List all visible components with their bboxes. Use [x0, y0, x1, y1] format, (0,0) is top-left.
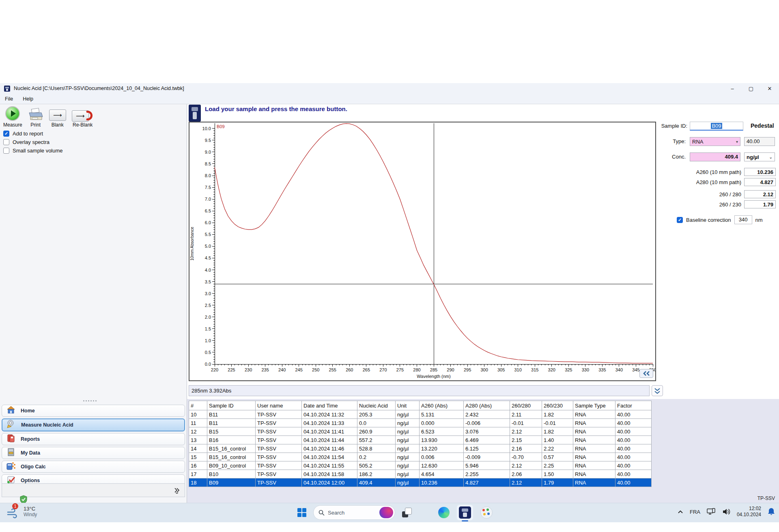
baseline-correction-label: Baseline correction — [686, 217, 731, 223]
baseline-wavelength-input[interactable]: 340 — [734, 215, 752, 224]
table-row[interactable]: 18B09TP-SSV04.10.2024 12:00409.4ng/µl10.… — [189, 478, 652, 487]
svg-text:3.5: 3.5 — [205, 279, 211, 284]
table-row[interactable]: 17B10TP-SSV04.10.2024 11:58186.2ng/µl4.6… — [189, 470, 652, 478]
spectrum-chart[interactable]: 2202252302352402452502552602652702752802… — [189, 122, 656, 381]
notification-bell-icon[interactable] — [768, 508, 775, 516]
toolbar: Measure Print ⟶ Blank ⟶ Re-Blank — [3, 106, 94, 128]
ratio-260-230-label: 260 / 230 — [658, 202, 741, 208]
table-row[interactable]: 10B11TP-SSV04.10.2024 11:32205.3ng/µl5.1… — [189, 410, 652, 419]
app-icon — [4, 86, 10, 92]
svg-text:330: 330 — [582, 367, 589, 372]
logged-in-user: TP-SSV — [747, 496, 775, 501]
sidebar-item-my-data[interactable]: My Data — [2, 447, 185, 459]
table-header-3[interactable]: Date and Time — [302, 401, 357, 410]
blank-icon: ⟶ — [49, 109, 66, 121]
checkbox[interactable]: ✓ — [3, 131, 9, 137]
svg-text:280: 280 — [413, 367, 420, 372]
instruction-text: Load your sample and press the measure b… — [205, 105, 347, 112]
svg-text:9.5: 9.5 — [205, 138, 211, 143]
nucleic-acid-app-icon[interactable] — [457, 505, 473, 520]
results-table[interactable]: #Sample IDUser nameDate and TimeNucleic … — [189, 401, 652, 487]
menu-file[interactable]: File — [0, 96, 18, 102]
reblank-button[interactable]: ⟶ Re-Blank — [72, 110, 94, 128]
taskbar-search-input[interactable]: Search — [313, 505, 395, 520]
sidebar-footer — [2, 483, 185, 497]
table-header-0[interactable]: # — [189, 401, 207, 410]
table-row[interactable]: 14B15_16_controlTP-SSV04.10.2024 11:4652… — [189, 444, 652, 453]
table-header-2[interactable]: User name — [256, 401, 302, 410]
double-chevron-left-icon — [642, 371, 650, 376]
paint-app-icon[interactable] — [480, 506, 493, 519]
task-view-button[interactable] — [402, 507, 412, 518]
volume-icon[interactable] — [722, 508, 730, 515]
svg-text:340: 340 — [615, 367, 623, 372]
conc-unit-select[interactable]: ng/µl⌄ — [744, 152, 775, 161]
sample-id-input[interactable]: B09 — [690, 122, 743, 131]
table-row[interactable]: 16B09_10_controlTP-SSV04.10.2024 11:5550… — [189, 461, 652, 470]
taskbar-clock[interactable]: 12:02 04.10.2024 — [737, 506, 761, 518]
table-header-6[interactable]: A260 (Abs) — [420, 401, 464, 410]
svg-text:5.5: 5.5 — [205, 232, 211, 237]
language-indicator[interactable]: FRA — [690, 509, 700, 515]
home-icon — [6, 405, 16, 416]
collapse-results-panel-button[interactable] — [639, 369, 653, 378]
table-header-10[interactable]: Sample Type — [573, 401, 615, 410]
taskbar-weather-widget[interactable]: 1 13°C Windy — [6, 506, 37, 519]
ratio-260-280-value: 2.12 — [744, 190, 776, 198]
sidebar-item-reports[interactable]: Reports — [2, 433, 185, 445]
a280-value: 4.827 — [744, 178, 776, 186]
print-button[interactable]: Print — [28, 108, 43, 128]
svg-text:270: 270 — [379, 367, 387, 372]
start-button[interactable] — [297, 508, 307, 517]
network-icon[interactable] — [707, 508, 716, 515]
a260-value: 10.236 — [744, 168, 776, 176]
edge-browser-icon[interactable] — [438, 507, 450, 518]
table-header-9[interactable]: 260/230 — [542, 401, 573, 410]
expand-table-button[interactable] — [652, 385, 663, 396]
type-select[interactable]: RNA▾ — [690, 137, 740, 146]
svg-text:10mm Absorbance: 10mm Absorbance — [190, 227, 194, 261]
table-header-7[interactable]: A280 (Abs) — [464, 401, 510, 410]
ratio-260-230-value: 1.79 — [744, 200, 776, 208]
minimize-button[interactable]: – — [723, 83, 742, 94]
measure-button[interactable]: Measure — [3, 106, 22, 128]
maximize-button[interactable]: ▢ — [742, 83, 760, 94]
svg-text:285: 285 — [430, 367, 437, 372]
svg-text:1.5: 1.5 — [205, 326, 211, 331]
svg-text:245: 245 — [295, 367, 303, 372]
table-row[interactable]: 15B15_16_controlTP-SSV04.10.2024 11:540.… — [189, 453, 652, 461]
menu-help[interactable]: Help — [18, 96, 38, 102]
table-row[interactable]: 12B15TP-SSV04.10.2024 11:41260.9ng/µl6.5… — [189, 427, 652, 436]
sidebar-item-measure-nucleic-acid[interactable]: Measure Nucleic Acid — [2, 418, 185, 431]
table-row[interactable]: 11B11TP-SSV04.10.2024 11:330.0ng/µl0.000… — [189, 419, 652, 427]
close-button[interactable]: ✕ — [760, 83, 779, 94]
svg-text:290: 290 — [447, 367, 454, 372]
table-header-5[interactable]: Unit — [396, 401, 420, 410]
taskbar-overflow-chevron-icon[interactable] — [678, 510, 683, 514]
instrument-icon — [189, 105, 201, 122]
table-row[interactable]: 13B16TP-SSV04.10.2024 11:44557.2ng/µl13.… — [189, 436, 652, 444]
panel-splitter-handle[interactable] — [83, 400, 103, 402]
weather-condition-label: Windy — [24, 512, 37, 517]
option-checkbox-row[interactable]: ✓Add to report — [3, 131, 63, 137]
ratio-260-280-label: 260 / 280 — [658, 191, 741, 197]
sidebar-item-home[interactable]: Home — [2, 405, 185, 417]
factor-field[interactable]: 40.00 — [744, 137, 775, 146]
collapse-sidebar-icon[interactable] — [173, 487, 181, 494]
blank-button[interactable]: ⟶ Blank — [49, 109, 66, 128]
table-header-4[interactable]: Nucleic Acid — [357, 401, 396, 410]
dropdown-arrow-icon: ⌄ — [769, 155, 773, 159]
option-checkbox-row[interactable]: Overlay spectra — [3, 139, 63, 145]
checkbox[interactable] — [3, 148, 9, 154]
cursor-readout-bar: 285nm 3.392Abs — [189, 385, 650, 396]
table-header-1[interactable]: Sample ID — [207, 401, 256, 410]
option-checkbox-row[interactable]: Small sample volume — [3, 148, 63, 154]
checkbox[interactable] — [3, 139, 9, 145]
sidebar-item-oligo-calc[interactable]: Oligo Calc — [2, 461, 185, 473]
search-icon — [318, 510, 325, 516]
baseline-correction-checkbox[interactable]: ✓ — [677, 217, 683, 223]
table-header-11[interactable]: Factor — [615, 401, 652, 410]
table-header-8[interactable]: 260/280 — [510, 401, 542, 410]
search-highlight-image — [379, 507, 393, 518]
measure-options: ✓Add to reportOverlay spectraSmall sampl… — [3, 131, 63, 154]
